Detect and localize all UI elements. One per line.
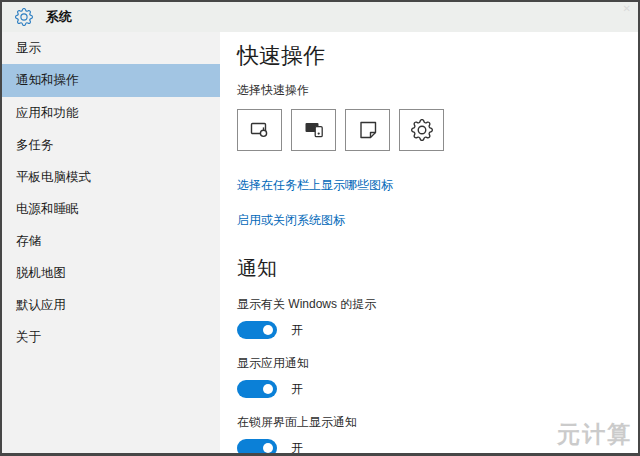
notifications-title: 通知 bbox=[237, 255, 628, 282]
toggle-row: 开 bbox=[237, 321, 628, 339]
select-taskbar-icons-link[interactable]: 选择在任务栏上显示哪些图标 bbox=[237, 177, 628, 194]
note-icon bbox=[356, 118, 380, 142]
sidebar-item-about[interactable]: 关于 bbox=[2, 321, 220, 353]
toggle-knob bbox=[263, 325, 273, 335]
app-notifications-toggle[interactable] bbox=[237, 380, 277, 398]
toggle-state-label: 开 bbox=[291, 381, 303, 398]
main-panel: 快速操作 选择快速操作 bbox=[220, 32, 638, 455]
quick-actions-subtitle: 选择快速操作 bbox=[237, 82, 628, 99]
toggle-state-label: 开 bbox=[291, 322, 303, 339]
connect-icon bbox=[302, 118, 326, 142]
all-settings-gear-icon bbox=[411, 119, 433, 141]
system-icons-on-off-link[interactable]: 启用或关闭系统图标 bbox=[237, 212, 628, 229]
sidebar-item-tablet-mode[interactable]: 平板电脑模式 bbox=[2, 161, 220, 193]
toggle-row: 开 bbox=[237, 439, 628, 456]
sidebar-item-notifications-actions[interactable]: 通知和操作 bbox=[2, 64, 220, 97]
title-bar: 系统 ✕ bbox=[2, 2, 638, 32]
toggle-label-app-notifications: 显示应用通知 bbox=[237, 355, 628, 372]
quick-action-tablet-mode-button[interactable] bbox=[237, 109, 282, 151]
sidebar-item-apps-features[interactable]: 应用和功能 bbox=[2, 97, 220, 129]
windows-tips-toggle[interactable] bbox=[237, 321, 277, 339]
sidebar-item-power-sleep[interactable]: 电源和睡眠 bbox=[2, 193, 220, 225]
toggle-label-lockscreen-notifications: 在锁屏界面上显示通知 bbox=[237, 414, 628, 431]
lockscreen-notifications-toggle[interactable] bbox=[237, 439, 277, 456]
page-title: 系统 bbox=[46, 8, 72, 26]
quick-actions-title: 快速操作 bbox=[237, 44, 628, 68]
sidebar-item-storage[interactable]: 存储 bbox=[2, 225, 220, 257]
quick-action-note-button[interactable] bbox=[345, 109, 390, 151]
sidebar-item-multitasking[interactable]: 多任务 bbox=[2, 129, 220, 161]
quick-action-buttons bbox=[237, 109, 628, 151]
toggle-knob bbox=[263, 443, 273, 453]
tablet-mode-icon bbox=[248, 118, 272, 142]
settings-window: 系统 ✕ 显示 通知和操作 应用和功能 多任务 平板电脑模式 电源和睡眠 存储 … bbox=[0, 0, 640, 456]
close-icon[interactable]: ✕ bbox=[623, 3, 631, 14]
sidebar-item-offline-maps[interactable]: 脱机地图 bbox=[2, 257, 220, 289]
toggle-label-windows-tips: 显示有关 Windows 的提示 bbox=[237, 296, 628, 313]
sidebar-item-default-apps[interactable]: 默认应用 bbox=[2, 289, 220, 321]
quick-action-all-settings-button[interactable] bbox=[399, 109, 444, 151]
window-body: 显示 通知和操作 应用和功能 多任务 平板电脑模式 电源和睡眠 存储 脱机地图 … bbox=[2, 32, 638, 455]
toggle-state-label: 开 bbox=[291, 440, 303, 456]
sidebar-item-display[interactable]: 显示 bbox=[2, 32, 220, 64]
sidebar: 显示 通知和操作 应用和功能 多任务 平板电脑模式 电源和睡眠 存储 脱机地图 … bbox=[2, 32, 220, 455]
toggle-row: 开 bbox=[237, 380, 628, 398]
toggle-knob bbox=[263, 384, 273, 394]
gear-icon bbox=[15, 8, 33, 26]
quick-action-connect-button[interactable] bbox=[291, 109, 336, 151]
